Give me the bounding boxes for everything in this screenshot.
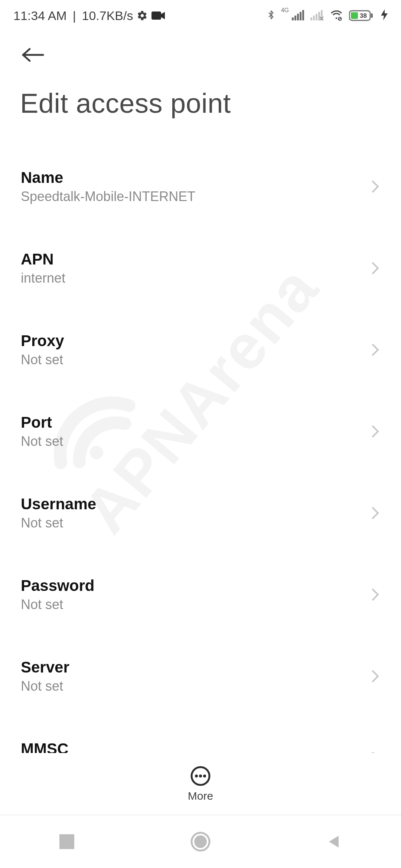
row-title: MMSC — [21, 740, 362, 753]
more-button[interactable]: More — [188, 766, 213, 802]
status-bar: 11:34 AM | 10.7KB/s 4G — [0, 0, 401, 31]
row-title: Proxy — [21, 332, 362, 350]
svg-rect-10 — [318, 12, 320, 20]
svg-rect-6 — [302, 10, 304, 20]
row-value: Not set — [21, 597, 362, 612]
svg-rect-4 — [297, 14, 299, 20]
chevron-right-icon — [371, 424, 380, 439]
row-value: Not set — [21, 352, 362, 368]
row-title: Password — [21, 577, 362, 595]
row-value: Speedtalk-Mobile-INTERNET — [21, 189, 362, 204]
battery-icon: 38 — [349, 9, 376, 22]
row-title: Username — [21, 495, 362, 513]
svg-rect-7 — [310, 17, 312, 20]
status-separator: | — [73, 9, 76, 23]
svg-rect-18 — [371, 13, 373, 18]
row-title: Server — [21, 658, 362, 676]
nav-recent-button[interactable] — [52, 827, 82, 857]
svg-point-22 — [199, 775, 202, 777]
nav-back-button[interactable] — [319, 827, 349, 857]
row-value: Not set — [21, 678, 362, 694]
row-apn[interactable]: APN internet — [0, 238, 401, 299]
row-password[interactable]: Password Not set — [0, 564, 401, 625]
svg-rect-3 — [294, 16, 296, 20]
row-port[interactable]: Port Not set — [0, 401, 401, 462]
row-username[interactable]: Username Not set — [0, 483, 401, 543]
chevron-right-icon — [371, 750, 380, 753]
svg-point-21 — [195, 775, 198, 777]
svg-rect-17 — [351, 12, 358, 19]
header: Edit access point — [0, 31, 401, 119]
charging-icon — [381, 9, 388, 22]
row-value: Not set — [21, 515, 362, 531]
battery-pct: 38 — [360, 12, 367, 19]
status-right: 4G 38 — [266, 8, 388, 23]
more-label: More — [188, 790, 213, 802]
signal-type-label: 4G — [281, 7, 289, 14]
svg-rect-5 — [300, 12, 301, 20]
row-name[interactable]: Name Speedtalk-Mobile-INTERNET — [0, 156, 401, 217]
row-proxy[interactable]: Proxy Not set — [0, 319, 401, 380]
chevron-right-icon — [371, 669, 380, 684]
status-left: 11:34 AM | 10.7KB/s — [13, 9, 165, 23]
triangle-left-icon — [326, 834, 342, 850]
back-button[interactable] — [20, 47, 381, 65]
svg-rect-8 — [313, 16, 315, 20]
status-net-speed: 10.7KB/s — [82, 9, 133, 23]
status-time: 11:34 AM — [13, 9, 67, 23]
circle-icon — [190, 831, 211, 852]
chevron-right-icon — [371, 587, 380, 602]
row-server[interactable]: Server Not set — [0, 646, 401, 707]
square-icon — [59, 834, 74, 849]
svg-rect-1 — [151, 11, 161, 20]
row-value: Not set — [21, 434, 362, 449]
row-mmsc[interactable]: MMSC Not set — [0, 727, 401, 753]
svg-rect-9 — [316, 14, 317, 20]
row-title: APN — [21, 250, 362, 268]
wifi-icon — [329, 9, 344, 22]
chevron-right-icon — [371, 342, 380, 357]
nav-home-button[interactable] — [186, 827, 215, 857]
bluetooth-icon — [266, 8, 276, 23]
svg-rect-2 — [292, 17, 294, 20]
chevron-right-icon — [371, 506, 380, 520]
svg-point-25 — [194, 835, 207, 848]
gear-icon — [137, 10, 148, 21]
page-title: Edit access point — [20, 88, 381, 119]
svg-point-23 — [203, 775, 206, 777]
system-nav-bar — [0, 815, 401, 868]
signal-sim2-icon — [310, 9, 324, 22]
bottom-action-bar: More — [0, 753, 401, 815]
settings-list: Name Speedtalk-Mobile-INTERNET APN inter… — [0, 156, 401, 753]
signal-sim1-icon — [292, 9, 305, 22]
video-icon — [151, 11, 165, 20]
chevron-right-icon — [371, 179, 380, 194]
row-value: internet — [21, 270, 362, 286]
row-title: Name — [21, 169, 362, 187]
svg-marker-26 — [329, 836, 339, 848]
row-title: Port — [21, 414, 362, 431]
chevron-right-icon — [371, 261, 380, 276]
